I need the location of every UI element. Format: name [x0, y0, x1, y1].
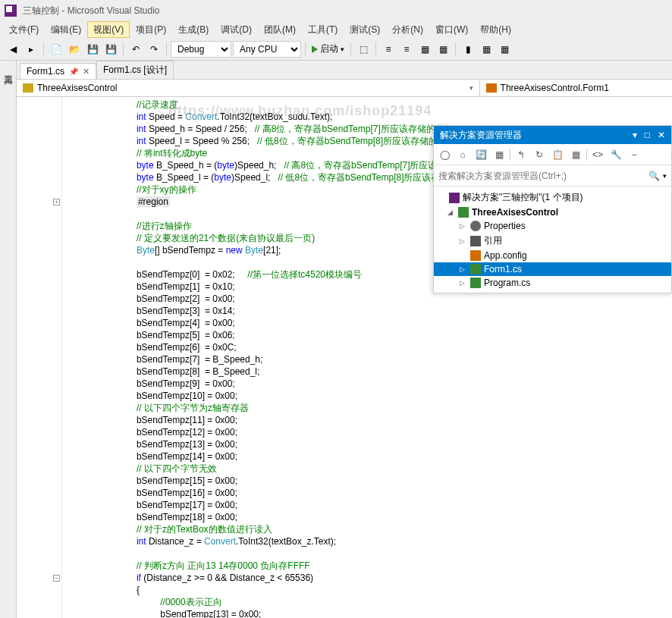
window-title: 三轴控制 - Microsoft Visual Studio — [23, 5, 160, 17]
redo-icon[interactable]: ↷ — [146, 41, 162, 58]
form1-node[interactable]: ▷Form1.cs — [434, 262, 671, 276]
title-bar: 三轴控制 - Microsoft Visual Studio — [0, 0, 672, 21]
class-icon — [486, 83, 497, 93]
home-icon[interactable]: ⌂ — [455, 147, 470, 162]
nav-back-icon[interactable]: ◀ — [5, 41, 21, 58]
toolbox-tab[interactable]: 工具箱 — [0, 65, 16, 618]
collapse-icon[interactable]: + — [53, 199, 60, 205]
start-debug-button[interactable]: 启动 ▾ — [309, 42, 347, 55]
menu-tools[interactable]: 工具(T) — [302, 21, 344, 38]
search-icon[interactable]: 🔍 — [648, 171, 660, 181]
refresh-icon[interactable]: ↻ — [532, 147, 547, 162]
nav-fwd-icon[interactable]: ▸ — [23, 41, 39, 58]
close-icon[interactable]: ✕ — [83, 67, 89, 77]
menu-analyze[interactable]: 分析(N) — [386, 21, 429, 38]
program-node[interactable]: ▷Program.cs — [434, 276, 671, 290]
solution-node[interactable]: 解决方案"三轴控制"(1 个项目) — [434, 190, 671, 205]
properties-icon[interactable]: 🔧 — [608, 147, 623, 162]
solex-titlebar[interactable]: 解决方案资源管理器 ▾ □ ✕ — [434, 126, 671, 144]
showall-icon[interactable]: ▦ — [568, 147, 583, 162]
properties-node[interactable]: ▷Properties — [434, 219, 671, 233]
collapse-icon[interactable]: − — [53, 575, 60, 582]
solution-tree: 解决方案"三轴控制"(1 个项目) ◢ThreeAxisesControl ▷P… — [434, 187, 671, 293]
undo-icon[interactable]: ↶ — [127, 41, 144, 58]
search-input[interactable] — [438, 171, 645, 181]
namespace-dropdown[interactable]: ThreeAxisesControl ▾ — [17, 80, 480, 96]
copy-icon[interactable]: 📋 — [550, 147, 565, 162]
open-icon[interactable]: 📂 — [66, 41, 83, 58]
solex-toolbar: ◯ ⌂ 🔄 ▦ ↰ ↻ 📋 ▦ <> 🔧 − — [434, 144, 671, 165]
platform-select[interactable]: Any CPU — [233, 41, 301, 58]
dropdown-icon[interactable]: ▾ — [633, 130, 637, 140]
tool-icon-2[interactable]: ≡ — [380, 41, 397, 58]
left-rail: 工具箱 数据源 — [0, 61, 17, 618]
class-dropdown[interactable]: ThreeAxisesControl.Form1 — [480, 80, 672, 96]
code-icon[interactable]: <> — [590, 147, 605, 162]
tool-icon-3[interactable]: ≡ — [398, 41, 415, 58]
tab-form1-design[interactable]: Form1.cs [设计] — [96, 61, 174, 79]
menu-bar: 文件(F) 编辑(E) 视图(V) 项目(P) 生成(B) 调试(D) 团队(M… — [0, 21, 672, 38]
tool-icon-7[interactable]: ▦ — [478, 41, 495, 58]
solution-explorer: 解决方案资源管理器 ▾ □ ✕ ◯ ⌂ 🔄 ▦ ↰ ↻ 📋 ▦ <> 🔧 − 🔍… — [433, 125, 672, 293]
save-all-icon[interactable]: 💾 — [102, 41, 119, 58]
menu-help[interactable]: 帮助(H) — [474, 21, 517, 38]
tool-icon-6[interactable]: ▮ — [460, 41, 476, 58]
main-toolbar: ◀ ▸ 📄 📂 💾 💾 ↶ ↷ Debug Any CPU 启动 ▾ ⬚ ≡ ≡… — [0, 38, 672, 61]
menu-team[interactable]: 团队(M) — [258, 21, 302, 38]
menu-view[interactable]: 视图(V) — [87, 21, 130, 38]
config-select[interactable]: Debug — [171, 41, 231, 58]
pin-icon[interactable]: 📌 — [69, 67, 78, 76]
gutter: + − — [17, 97, 62, 618]
vs-logo-icon — [5, 5, 17, 17]
save-icon[interactable]: 💾 — [84, 41, 101, 58]
nav-dropdowns: ThreeAxisesControl ▾ ThreeAxisesControl.… — [17, 79, 672, 97]
menu-build[interactable]: 生成(B) — [172, 21, 215, 38]
tool-icon-8[interactable]: ▦ — [496, 41, 513, 58]
tool-icon[interactable]: ▦ — [491, 147, 507, 162]
project-node[interactable]: ◢ThreeAxisesControl — [434, 205, 671, 219]
close-icon[interactable]: ✕ — [658, 130, 665, 140]
back-icon[interactable]: ◯ — [437, 147, 452, 162]
new-project-icon[interactable]: 📄 — [48, 41, 64, 58]
appconfig-node[interactable]: App.config — [434, 249, 671, 262]
collapse-icon[interactable]: ↰ — [513, 147, 529, 162]
references-node[interactable]: ▷引用 — [434, 233, 671, 249]
menu-test[interactable]: 测试(S) — [344, 21, 386, 38]
menu-edit[interactable]: 编辑(E) — [45, 21, 87, 38]
namespace-icon — [23, 83, 33, 93]
editor-tabs: Form1.cs 📌 ✕ Form1.cs [设计] — [17, 61, 672, 79]
menu-debug[interactable]: 调试(D) — [215, 21, 258, 38]
tool-icon-1[interactable]: ⬚ — [355, 41, 372, 58]
hide-icon[interactable]: − — [626, 147, 642, 162]
tool-icon-4[interactable]: ▦ — [416, 41, 433, 58]
maximize-icon[interactable]: □ — [645, 130, 650, 140]
sync-icon[interactable]: 🔄 — [473, 147, 488, 162]
menu-window[interactable]: 窗口(W) — [429, 21, 474, 38]
tool-icon-5[interactable]: ▦ — [435, 41, 451, 58]
play-icon — [312, 45, 318, 53]
tab-form1-cs[interactable]: Form1.cs 📌 ✕ — [20, 63, 96, 79]
solex-search[interactable]: 🔍 ▾ — [434, 165, 671, 187]
menu-file[interactable]: 文件(F) — [3, 21, 45, 38]
menu-project[interactable]: 项目(P) — [130, 21, 172, 38]
